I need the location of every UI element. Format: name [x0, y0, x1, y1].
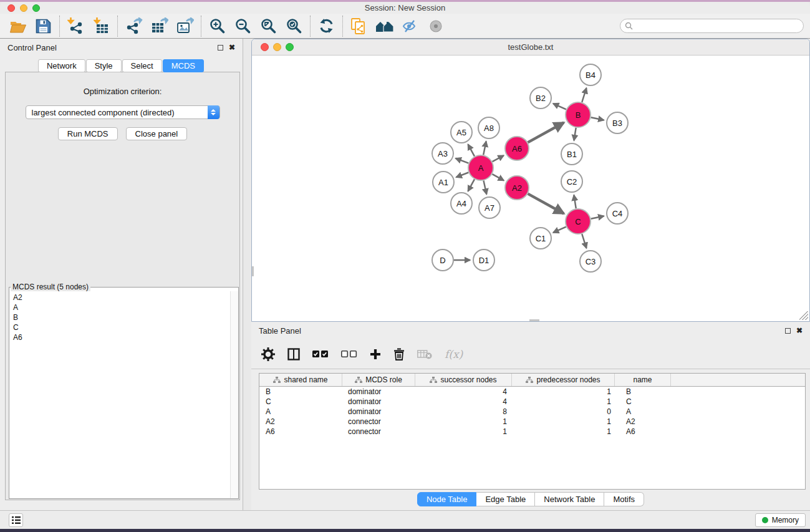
edge-B-B1[interactable]	[574, 128, 576, 141]
node-B1[interactable]: B1	[561, 143, 582, 165]
node-B3[interactable]: B3	[607, 112, 628, 133]
edge-B-B4[interactable]	[582, 88, 586, 102]
vertical-scrollbar[interactable]	[252, 266, 254, 276]
mcds-result-item[interactable]: A	[13, 302, 238, 312]
edge-C-C4[interactable]	[591, 216, 604, 218]
table-cell[interactable]: A6	[615, 427, 671, 436]
search-field[interactable]	[620, 19, 804, 33]
edge-A6-B[interactable]	[528, 123, 564, 143]
node-A6[interactable]: A6	[505, 137, 529, 160]
add-column-icon[interactable]	[370, 349, 381, 360]
copy-network-icon[interactable]	[346, 16, 372, 37]
tab-mcds[interactable]: MCDS	[163, 59, 204, 72]
column-header-name[interactable]: name	[615, 374, 671, 386]
float-panel-icon[interactable]	[218, 45, 223, 51]
delete-column-icon[interactable]	[393, 348, 405, 360]
table-row[interactable]: A2connector11A2	[259, 417, 805, 427]
table-row[interactable]: Cdominator41C	[259, 397, 805, 407]
node-D1[interactable]: D1	[473, 249, 494, 271]
table-cell[interactable]: A	[615, 407, 671, 416]
edge-A-A5[interactable]	[468, 144, 475, 156]
table-row[interactable]: Adominator80A	[259, 407, 805, 417]
node-C3[interactable]: C3	[580, 251, 601, 272]
mcds-result-item[interactable]: B	[13, 312, 238, 322]
table-cell[interactable]: A	[259, 407, 342, 416]
node-A1[interactable]: A1	[433, 172, 454, 193]
node-B2[interactable]: B2	[530, 87, 551, 109]
table-cell[interactable]: C	[615, 397, 671, 406]
node-table[interactable]: shared name MCDS role successor nodes pr…	[259, 373, 806, 490]
node-C1[interactable]: C1	[530, 228, 551, 249]
run-mcds-button[interactable]: Run MCDS	[58, 127, 118, 140]
table-cell[interactable]: 1	[415, 417, 512, 426]
save-session-icon[interactable]	[31, 16, 56, 37]
open-session-icon[interactable]	[5, 16, 31, 37]
node-A4[interactable]: A4	[451, 193, 472, 214]
edge-A-A2[interactable]	[492, 174, 504, 180]
column-header-shared-name[interactable]: shared name	[259, 374, 342, 386]
table-cell[interactable]: 8	[415, 407, 512, 416]
table-cell[interactable]: 1	[512, 427, 615, 436]
close-table-panel-icon[interactable]: ✖	[796, 327, 803, 334]
home-icon[interactable]	[372, 16, 397, 37]
node-C2[interactable]: C2	[561, 171, 582, 192]
network-canvas[interactable]: AA1A2A3A4A5A6A7A8BB1B2B3B4CC1C2C3C4DD1	[252, 56, 809, 321]
float-table-panel-icon[interactable]	[785, 328, 791, 334]
node-A8[interactable]: A8	[478, 117, 499, 138]
edge-A-A3[interactable]	[456, 158, 469, 163]
tab-style[interactable]: Style	[86, 59, 122, 72]
edge-C-C2[interactable]	[574, 195, 576, 209]
column-header-successor-nodes[interactable]: successor nodes	[415, 374, 512, 386]
horizontal-scrollbar[interactable]	[529, 319, 539, 321]
search-input[interactable]	[633, 20, 803, 32]
column-selector-icon[interactable]	[287, 348, 300, 360]
edge-A-A8[interactable]	[483, 142, 486, 155]
column-header-mcds-role[interactable]: MCDS role	[342, 374, 415, 386]
node-A2[interactable]: A2	[505, 176, 529, 200]
task-history-button[interactable]	[9, 513, 23, 527]
edge-C-C1[interactable]	[553, 227, 566, 233]
import-network-icon[interactable]	[63, 16, 89, 37]
table-cell[interactable]: B	[615, 387, 671, 396]
table-cell[interactable]: A2	[615, 417, 671, 426]
tab-node-table[interactable]: Node Table	[417, 492, 477, 506]
table-cell[interactable]: dominator	[342, 387, 415, 396]
memory-button[interactable]: Memory	[755, 513, 806, 527]
close-panel-icon[interactable]: ✖	[229, 44, 235, 51]
result-scrollbar[interactable]	[230, 291, 238, 498]
zoom-out-icon[interactable]	[230, 16, 256, 37]
zoom-fit-icon[interactable]	[256, 16, 281, 37]
tab-select[interactable]: Select	[122, 59, 162, 72]
network-window-titlebar[interactable]: testGlobe.txt	[252, 39, 809, 56]
delete-table-icon[interactable]	[417, 349, 432, 359]
table-cell[interactable]: dominator	[342, 397, 415, 406]
show-all-icon[interactable]	[423, 16, 448, 37]
table-cell[interactable]: B	[259, 387, 342, 396]
node-A5[interactable]: A5	[451, 122, 472, 143]
table-row[interactable]: Bdominator41B	[259, 387, 805, 397]
zoom-selected-icon[interactable]	[281, 16, 307, 37]
tab-network-table[interactable]: Network Table	[535, 492, 604, 506]
edge-C-C3[interactable]	[582, 234, 586, 248]
hide-selected-icon[interactable]	[397, 16, 423, 37]
tab-edge-table[interactable]: Edge Table	[476, 492, 535, 506]
edge-B-B3[interactable]	[591, 117, 604, 120]
table-row[interactable]: A6connector11A6	[259, 427, 805, 437]
node-A7[interactable]: A7	[479, 197, 500, 218]
column-header-predecessor-nodes[interactable]: predecessor nodes	[512, 374, 615, 386]
optimization-criterion-select[interactable]: largest connected component (directed)	[26, 105, 220, 119]
table-cell[interactable]: 4	[415, 397, 512, 406]
node-C4[interactable]: C4	[607, 203, 628, 224]
settings-gear-icon[interactable]	[261, 347, 275, 361]
node-B[interactable]: B	[566, 102, 591, 127]
table-cell[interactable]: 1	[512, 397, 615, 406]
node-C[interactable]: C	[566, 209, 591, 234]
table-cell[interactable]: connector	[342, 417, 415, 426]
resize-grip-icon[interactable]	[799, 311, 808, 320]
table-cell[interactable]: 0	[512, 407, 615, 416]
edge-A-A6[interactable]	[493, 155, 504, 162]
select-stepper-icon[interactable]	[208, 105, 219, 119]
table-cell[interactable]: 4	[415, 387, 512, 396]
import-table-icon[interactable]	[89, 16, 114, 37]
export-network-icon[interactable]	[121, 16, 147, 37]
